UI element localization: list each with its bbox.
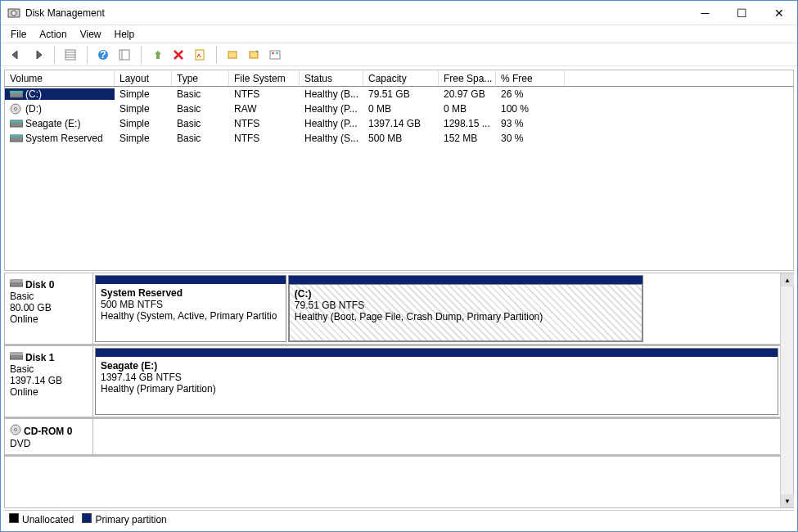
volume-cell-status: Healthy (P... bbox=[300, 103, 363, 115]
volume-row[interactable]: (D:)SimpleBasicRAWHealthy (P...0 MB0 MB1… bbox=[5, 101, 793, 116]
volumes-rows: (C:)SimpleBasicNTFSHealthy (B...79.51 GB… bbox=[5, 87, 793, 270]
help-button[interactable]: ? bbox=[94, 46, 112, 64]
cd-drive-icon bbox=[10, 103, 23, 115]
volume-cell-name: System Reserved bbox=[5, 133, 115, 144]
volume-cell-type: Basic bbox=[172, 103, 229, 115]
volume-cell-free: 0 MB bbox=[439, 103, 496, 115]
scroll-up-button[interactable]: ▲ bbox=[781, 273, 794, 286]
menu-help[interactable]: Help bbox=[115, 29, 135, 40]
forward-button[interactable] bbox=[29, 46, 47, 64]
action1-button[interactable] bbox=[223, 46, 241, 64]
disk-type: Basic bbox=[10, 291, 88, 302]
settings-button[interactable] bbox=[115, 46, 133, 64]
col-filler bbox=[565, 70, 793, 86]
disk-partitions: Seagate (E:)1397.14 GB NTFSHealthy (Prim… bbox=[93, 346, 780, 417]
volume-cell-type: Basic bbox=[172, 133, 229, 144]
close-button[interactable]: ✕ bbox=[760, 1, 797, 25]
col-pctfree[interactable]: % Free bbox=[496, 70, 565, 86]
svg-point-20 bbox=[15, 108, 17, 110]
volume-cell-capacity: 0 MB bbox=[363, 103, 439, 115]
disk-icon bbox=[10, 351, 23, 363]
partition-stripe bbox=[96, 276, 286, 284]
volume-cell-pct: 100 % bbox=[496, 103, 565, 115]
partition-size-fs: 500 MB NTFS bbox=[101, 299, 163, 310]
svg-point-30 bbox=[15, 429, 17, 431]
partition-box[interactable]: (C:)79.51 GB NTFSHealthy (Boot, Page Fil… bbox=[288, 275, 643, 342]
col-volume[interactable]: Volume bbox=[5, 70, 115, 86]
col-freespace[interactable]: Free Spa... bbox=[439, 70, 496, 86]
refresh-button[interactable] bbox=[148, 46, 166, 64]
disk-list: Disk 0Basic80.00 GBOnlineSystem Reserved… bbox=[5, 273, 780, 507]
disk-info[interactable]: Disk 1Basic1397.14 GBOnline bbox=[5, 346, 93, 417]
app-icon bbox=[7, 7, 20, 20]
svg-rect-15 bbox=[272, 52, 274, 54]
menu-action[interactable]: Action bbox=[39, 29, 66, 40]
scroll-down-button[interactable]: ▼ bbox=[781, 494, 794, 507]
volume-row[interactable]: Seagate (E:)SimpleBasicNTFSHealthy (P...… bbox=[5, 116, 793, 131]
col-layout[interactable]: Layout bbox=[115, 70, 172, 86]
volume-cell-name: (C:) bbox=[5, 88, 115, 100]
partition-box[interactable]: Seagate (E:)1397.14 GB NTFSHealthy (Prim… bbox=[95, 348, 778, 415]
disk-graphical-view: Disk 0Basic80.00 GBOnlineSystem Reserved… bbox=[4, 273, 794, 508]
volume-cell-type: Basic bbox=[172, 88, 229, 100]
col-filesystem[interactable]: File System bbox=[229, 70, 300, 86]
svg-point-1 bbox=[11, 11, 16, 16]
menu-view[interactable]: View bbox=[80, 29, 101, 40]
volume-cell-pct: 30 % bbox=[496, 133, 565, 144]
hard-drive-icon bbox=[10, 133, 23, 144]
partition-body: System Reserved500 MB NTFSHealthy (Syste… bbox=[96, 284, 286, 341]
disk-id: Disk 0 bbox=[25, 279, 54, 291]
delete-button[interactable] bbox=[169, 46, 187, 64]
action2-button[interactable] bbox=[245, 46, 263, 64]
minimize-button[interactable]: ─ bbox=[687, 1, 724, 25]
volume-cell-free: 152 MB bbox=[439, 133, 496, 144]
window-controls: ─ ☐ ✕ bbox=[687, 1, 797, 25]
partition-body: (C:)79.51 GB NTFSHealthy (Boot, Page Fil… bbox=[289, 284, 642, 341]
partition-size-fs: 1397.14 GB NTFS bbox=[101, 372, 182, 383]
volume-cell-name: Seagate (E:) bbox=[5, 118, 115, 129]
volume-cell-free: 20.97 GB bbox=[439, 88, 496, 100]
disk-info[interactable]: CD-ROM 0DVD bbox=[5, 419, 93, 454]
disk-row: Disk 0Basic80.00 GBOnlineSystem Reserved… bbox=[5, 273, 780, 346]
action3-button[interactable] bbox=[266, 46, 284, 64]
volume-cell-layout: Simple bbox=[115, 88, 172, 100]
back-button[interactable] bbox=[7, 46, 25, 64]
hard-drive-icon bbox=[10, 88, 23, 100]
volume-row[interactable]: (C:)SimpleBasicNTFSHealthy (B...79.51 GB… bbox=[5, 87, 793, 101]
svg-rect-10 bbox=[156, 54, 160, 59]
legend-primary: Primary partition bbox=[82, 513, 166, 525]
show-hide-tree-button[interactable] bbox=[61, 46, 79, 64]
volume-cell-capacity: 1397.14 GB bbox=[363, 118, 439, 129]
menubar: File Action View Help bbox=[1, 25, 797, 43]
partition-stripe bbox=[289, 276, 642, 284]
volume-row[interactable]: System ReservedSimpleBasicNTFSHealthy (S… bbox=[5, 131, 793, 146]
partition-name: System Reserved bbox=[101, 287, 183, 299]
col-capacity[interactable]: Capacity bbox=[363, 70, 439, 86]
svg-rect-24 bbox=[10, 135, 23, 138]
volume-cell-pct: 26 % bbox=[496, 88, 565, 100]
disk-icon bbox=[10, 424, 21, 438]
properties-button[interactable] bbox=[191, 46, 209, 64]
disk-type: Basic bbox=[10, 363, 88, 375]
volumes-header: Volume Layout Type File System Status Ca… bbox=[5, 70, 793, 87]
volume-cell-fs: NTFS bbox=[229, 118, 300, 129]
menu-file[interactable]: File bbox=[11, 29, 26, 40]
volume-cell-layout: Simple bbox=[115, 118, 172, 129]
volume-cell-free: 1298.15 ... bbox=[439, 118, 496, 129]
partition-box[interactable]: System Reserved500 MB NTFSHealthy (Syste… bbox=[95, 275, 286, 342]
vertical-scrollbar[interactable]: ▲ ▼ bbox=[780, 273, 793, 507]
maximize-button[interactable]: ☐ bbox=[724, 1, 760, 25]
disk-size: 1397.14 GB bbox=[10, 375, 88, 386]
partition-status: Healthy (Primary Partition) bbox=[101, 383, 216, 394]
volume-cell-capacity: 500 MB bbox=[363, 133, 439, 144]
hard-drive-icon bbox=[10, 118, 23, 129]
col-type[interactable]: Type bbox=[172, 70, 229, 86]
content-area: Volume Layout Type File System Status Ca… bbox=[1, 66, 797, 531]
col-status[interactable]: Status bbox=[300, 70, 363, 86]
volume-cell-layout: Simple bbox=[115, 103, 172, 115]
volume-cell-pct: 93 % bbox=[496, 118, 565, 129]
legend: Unallocated Primary partition bbox=[4, 510, 794, 528]
disk-type: DVD bbox=[10, 438, 88, 449]
disk-info[interactable]: Disk 0Basic80.00 GBOnline bbox=[5, 273, 93, 344]
disk-row: CD-ROM 0DVD bbox=[5, 419, 780, 457]
